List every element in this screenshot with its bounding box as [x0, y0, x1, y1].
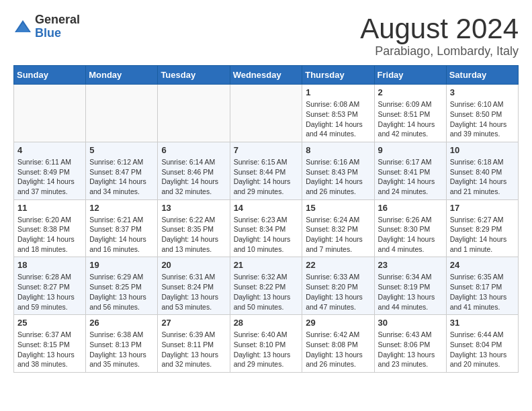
title-area: August 2024 Parabiago, Lombardy, Italy [360, 13, 519, 58]
day-info: Sunrise: 6:20 AM Sunset: 8:38 PM Dayligh… [17, 215, 82, 255]
day-number: 13 [161, 203, 226, 213]
calendar-cell: 19Sunrise: 6:29 AM Sunset: 8:25 PM Dayli… [86, 257, 158, 315]
calendar-cell: 23Sunrise: 6:34 AM Sunset: 8:19 PM Dayli… [374, 257, 446, 315]
day-number: 10 [450, 145, 515, 155]
calendar-cell: 17Sunrise: 6:27 AM Sunset: 8:29 PM Dayli… [446, 199, 518, 257]
day-info: Sunrise: 6:08 AM Sunset: 8:53 PM Dayligh… [306, 99, 370, 139]
day-info: Sunrise: 6:44 AM Sunset: 8:04 PM Dayligh… [450, 330, 515, 369]
day-info: Sunrise: 6:26 AM Sunset: 8:30 PM Dayligh… [378, 215, 443, 255]
day-info: Sunrise: 6:22 AM Sunset: 8:35 PM Dayligh… [161, 215, 226, 255]
day-number: 20 [161, 260, 226, 270]
calendar-cell: 8Sunrise: 6:16 AM Sunset: 8:43 PM Daylig… [302, 142, 374, 199]
day-info: Sunrise: 6:21 AM Sunset: 8:37 PM Dayligh… [89, 215, 154, 255]
day-number: 30 [378, 318, 443, 328]
calendar-cell: 29Sunrise: 6:42 AM Sunset: 8:08 PM Dayli… [302, 315, 374, 373]
day-number: 2 [378, 87, 443, 97]
calendar-table: SundayMondayTuesdayWednesdayThursdayFrid… [13, 65, 519, 373]
calendar-cell: 20Sunrise: 6:31 AM Sunset: 8:24 PM Dayli… [158, 257, 230, 315]
day-info: Sunrise: 6:34 AM Sunset: 8:19 PM Dayligh… [378, 272, 443, 312]
day-number: 27 [161, 318, 226, 328]
day-number: 21 [234, 260, 299, 270]
day-info: Sunrise: 6:27 AM Sunset: 8:29 PM Dayligh… [450, 215, 515, 255]
weekday-header: Monday [86, 66, 158, 85]
calendar-cell: 25Sunrise: 6:37 AM Sunset: 8:15 PM Dayli… [14, 315, 86, 373]
weekday-header: Wednesday [230, 66, 302, 85]
calendar-week-row: 18Sunrise: 6:28 AM Sunset: 8:27 PM Dayli… [14, 257, 519, 315]
month-title: August 2024 [360, 13, 519, 44]
calendar-cell: 1Sunrise: 6:08 AM Sunset: 8:53 PM Daylig… [302, 85, 374, 142]
day-info: Sunrise: 6:14 AM Sunset: 8:46 PM Dayligh… [161, 157, 226, 197]
day-info: Sunrise: 6:16 AM Sunset: 8:43 PM Dayligh… [306, 157, 370, 197]
logo-icon [13, 17, 32, 36]
day-info: Sunrise: 6:39 AM Sunset: 8:11 PM Dayligh… [161, 330, 226, 369]
calendar-cell: 12Sunrise: 6:21 AM Sunset: 8:37 PM Dayli… [86, 199, 158, 257]
weekday-header: Thursday [302, 66, 374, 85]
page-header: General Blue August 2024 Parabiago, Lomb… [13, 13, 519, 58]
day-number: 17 [450, 203, 515, 213]
day-number: 3 [450, 87, 515, 97]
day-info: Sunrise: 6:40 AM Sunset: 8:10 PM Dayligh… [234, 330, 299, 369]
calendar-cell: 11Sunrise: 6:20 AM Sunset: 8:38 PM Dayli… [14, 199, 86, 257]
calendar-cell: 7Sunrise: 6:15 AM Sunset: 8:44 PM Daylig… [230, 142, 302, 199]
calendar-cell [14, 85, 86, 142]
day-info: Sunrise: 6:35 AM Sunset: 8:17 PM Dayligh… [450, 272, 515, 312]
day-number: 8 [306, 145, 370, 155]
calendar-cell: 5Sunrise: 6:12 AM Sunset: 8:47 PM Daylig… [86, 142, 158, 199]
day-info: Sunrise: 6:33 AM Sunset: 8:20 PM Dayligh… [306, 272, 370, 312]
day-number: 29 [306, 318, 370, 328]
calendar-cell: 13Sunrise: 6:22 AM Sunset: 8:35 PM Dayli… [158, 199, 230, 257]
day-info: Sunrise: 6:11 AM Sunset: 8:49 PM Dayligh… [17, 157, 82, 197]
day-number: 22 [306, 260, 370, 270]
day-number: 18 [17, 260, 82, 270]
day-number: 24 [450, 260, 515, 270]
day-info: Sunrise: 6:29 AM Sunset: 8:25 PM Dayligh… [89, 272, 154, 312]
day-number: 23 [378, 260, 443, 270]
calendar-cell [86, 85, 158, 142]
weekday-header-row: SundayMondayTuesdayWednesdayThursdayFrid… [14, 66, 519, 85]
day-number: 5 [89, 145, 154, 155]
day-number: 31 [450, 318, 515, 328]
location-subtitle: Parabiago, Lombardy, Italy [360, 44, 519, 58]
day-info: Sunrise: 6:37 AM Sunset: 8:15 PM Dayligh… [17, 330, 82, 369]
day-number: 15 [306, 203, 370, 213]
calendar-cell: 18Sunrise: 6:28 AM Sunset: 8:27 PM Dayli… [14, 257, 86, 315]
calendar-cell [230, 85, 302, 142]
weekday-header: Sunday [14, 66, 86, 85]
weekday-header: Tuesday [158, 66, 230, 85]
logo-blue: Blue [35, 26, 61, 40]
calendar-cell: 24Sunrise: 6:35 AM Sunset: 8:17 PM Dayli… [446, 257, 518, 315]
calendar-cell [158, 85, 230, 142]
weekday-header: Saturday [446, 66, 518, 85]
day-info: Sunrise: 6:38 AM Sunset: 8:13 PM Dayligh… [89, 330, 154, 369]
day-number: 28 [234, 318, 299, 328]
day-number: 1 [306, 87, 370, 97]
day-info: Sunrise: 6:18 AM Sunset: 8:40 PM Dayligh… [450, 157, 515, 197]
logo-general: General [35, 13, 80, 26]
calendar-cell: 28Sunrise: 6:40 AM Sunset: 8:10 PM Dayli… [230, 315, 302, 373]
weekday-header: Friday [374, 66, 446, 85]
calendar-cell: 27Sunrise: 6:39 AM Sunset: 8:11 PM Dayli… [158, 315, 230, 373]
calendar-cell: 21Sunrise: 6:32 AM Sunset: 8:22 PM Dayli… [230, 257, 302, 315]
day-number: 14 [234, 203, 299, 213]
calendar-cell: 15Sunrise: 6:24 AM Sunset: 8:32 PM Dayli… [302, 199, 374, 257]
day-number: 9 [378, 145, 443, 155]
calendar-cell: 3Sunrise: 6:10 AM Sunset: 8:50 PM Daylig… [446, 85, 518, 142]
calendar-cell: 4Sunrise: 6:11 AM Sunset: 8:49 PM Daylig… [14, 142, 86, 199]
calendar-week-row: 25Sunrise: 6:37 AM Sunset: 8:15 PM Dayli… [14, 315, 519, 373]
day-number: 26 [89, 318, 154, 328]
calendar-week-row: 4Sunrise: 6:11 AM Sunset: 8:49 PM Daylig… [14, 142, 519, 199]
day-info: Sunrise: 6:09 AM Sunset: 8:51 PM Dayligh… [378, 99, 443, 139]
day-info: Sunrise: 6:42 AM Sunset: 8:08 PM Dayligh… [306, 330, 370, 369]
day-info: Sunrise: 6:43 AM Sunset: 8:06 PM Dayligh… [378, 330, 443, 369]
day-info: Sunrise: 6:12 AM Sunset: 8:47 PM Dayligh… [89, 157, 154, 197]
day-info: Sunrise: 6:24 AM Sunset: 8:32 PM Dayligh… [306, 215, 370, 255]
day-info: Sunrise: 6:31 AM Sunset: 8:24 PM Dayligh… [161, 272, 226, 312]
calendar-cell: 2Sunrise: 6:09 AM Sunset: 8:51 PM Daylig… [374, 85, 446, 142]
day-number: 7 [234, 145, 299, 155]
calendar-cell: 14Sunrise: 6:23 AM Sunset: 8:34 PM Dayli… [230, 199, 302, 257]
calendar-cell: 6Sunrise: 6:14 AM Sunset: 8:46 PM Daylig… [158, 142, 230, 199]
day-number: 11 [17, 203, 82, 213]
day-info: Sunrise: 6:28 AM Sunset: 8:27 PM Dayligh… [17, 272, 82, 312]
day-info: Sunrise: 6:15 AM Sunset: 8:44 PM Dayligh… [234, 157, 299, 197]
logo: General Blue [13, 13, 80, 40]
